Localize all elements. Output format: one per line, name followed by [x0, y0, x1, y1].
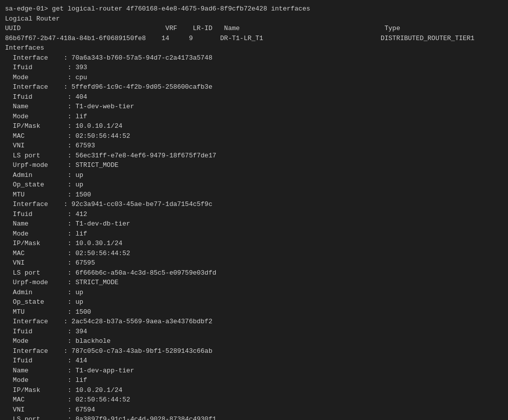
terminal-line-if2-ipmask: IP/Mask : 10.0.10.1/24	[5, 121, 503, 131]
terminal-line-if4-interface: Interface : 2ac54c28-b37a-5569-9aea-a3e4…	[5, 317, 503, 327]
terminal-line-if2-lsport: LS port : 56ec31ff-e7e8-4ef6-9479-18f675…	[5, 151, 503, 161]
terminal-line-if3-vni: VNI : 67595	[5, 258, 503, 268]
terminal-line-if2-urpfmode: Urpf-mode : STRICT_MODE	[5, 160, 503, 170]
terminal-line-if2-name: Name : T1-dev-web-tier	[5, 102, 503, 112]
terminal-line-if1-ifuid: Ifuid : 393	[5, 63, 503, 73]
terminal-line-if2-mode: Mode : lif	[5, 112, 503, 122]
terminal-line-if2-vni: VNI : 67593	[5, 141, 503, 151]
terminal-line-if3-mode: Mode : lif	[5, 229, 503, 239]
terminal-line-if5-ifuid: Ifuid : 414	[5, 356, 503, 366]
terminal-line-if1-interface: Interface : 70a6a343-b760-57a5-94d7-c2a4…	[5, 53, 503, 63]
terminal-line-if2-opstate: Op_state : up	[5, 180, 503, 190]
terminal-line-interfaces-label: Interfaces	[5, 43, 503, 53]
terminal-line-if2-mtu: MTU : 1500	[5, 190, 503, 200]
terminal-line-if4-mode: Mode : blackhole	[5, 336, 503, 346]
terminal-line-if3-mtu: MTU : 1500	[5, 307, 503, 317]
terminal-line-if5-ipmask: IP/Mask : 10.0.20.1/24	[5, 385, 503, 395]
terminal-window: sa-edge-01> get logical-router 4f760168-…	[0, 0, 508, 420]
terminal-line-if3-ipmask: IP/Mask : 10.0.30.1/24	[5, 239, 503, 249]
terminal-line-if3-ifuid: Ifuid : 412	[5, 209, 503, 220]
terminal-line-if5-vni: VNI : 67594	[5, 405, 503, 415]
terminal-line-if4-ifuid: Ifuid : 394	[5, 327, 503, 337]
terminal-line-if2-ifuid: Ifuid : 404	[5, 92, 503, 102]
terminal-line-if3-admin: Admin : up	[5, 288, 503, 298]
terminal-line-if5-lsport: LS port : 8a3897f9-91c1-4c4d-9028-87384c…	[5, 414, 503, 420]
terminal-line-if3-opstate: Op_state : up	[5, 297, 503, 307]
terminal-line-if3-urpfmode: Urpf-mode : STRICT_MODE	[5, 278, 503, 288]
terminal-line-if1-mode: Mode : cpu	[5, 73, 503, 83]
terminal-line-cmd: sa-edge-01> get logical-router 4f760168-…	[5, 4, 503, 14]
terminal-line-if5-interface: Interface : 787c05c0-c7a3-43ab-9bf1-5289…	[5, 346, 503, 356]
terminal-line-if5-name: Name : T1-dev-app-tier	[5, 366, 503, 376]
terminal-line-if5-mode: Mode : lif	[5, 375, 503, 385]
terminal-line-if3-mac: MAC : 02:50:56:44:52	[5, 249, 503, 259]
terminal-line-if3-interface: Interface : 92c3a941-cc03-45ae-be77-1da7…	[5, 199, 503, 209]
terminal-line-uuid-header: UUID VRF LR-ID Name Type	[5, 24, 503, 34]
terminal-line-if2-mac: MAC : 02:50:56:44:52	[5, 131, 503, 141]
terminal-line-if2-interface: Interface : 5ffefd96-1c9c-4f2b-9d05-2586…	[5, 82, 503, 92]
terminal-line-if3-name: Name : T1-dev-db-tier	[5, 219, 503, 229]
terminal-line-if2-admin: Admin : up	[5, 170, 503, 180]
terminal-line-if3-lsport: LS port : 6f666b6c-a50a-4c3d-85c5-e09759…	[5, 268, 503, 278]
terminal-line-uuid-value: 86b67f67-2b47-418a-84b1-6f0689150fe8 14 …	[5, 34, 503, 44]
terminal-line-logical-router-label: Logical Router	[5, 14, 503, 24]
terminal-line-if5-mac: MAC : 02:50:56:44:52	[5, 395, 503, 405]
